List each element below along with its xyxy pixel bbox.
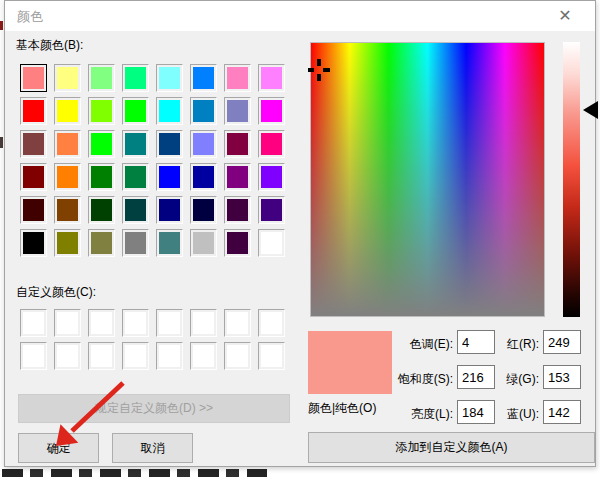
basic-color-swatch[interactable] — [122, 163, 149, 191]
swatch-color — [91, 345, 112, 367]
basic-color-swatch[interactable] — [190, 196, 217, 224]
hue-label: 色调(E): — [355, 336, 453, 353]
basic-color-swatch[interactable] — [54, 229, 81, 257]
basic-color-swatch[interactable] — [258, 229, 285, 257]
basic-color-swatch[interactable] — [20, 196, 47, 224]
basic-color-swatch[interactable] — [224, 97, 251, 125]
custom-color-swatch[interactable] — [88, 342, 115, 370]
add-to-custom-colors-button[interactable]: 添加到自定义颜色(A) — [308, 432, 595, 463]
basic-color-swatch[interactable] — [88, 130, 115, 158]
title-bar: 颜色 ✕ — [5, 1, 595, 31]
basic-color-swatch[interactable] — [20, 64, 47, 92]
custom-color-swatch[interactable] — [224, 342, 251, 370]
basic-color-swatch[interactable] — [20, 229, 47, 257]
swatch-color — [23, 133, 44, 155]
basic-color-swatch[interactable] — [224, 130, 251, 158]
custom-color-swatch[interactable] — [20, 309, 47, 337]
swatch-color — [159, 100, 180, 122]
custom-color-swatch[interactable] — [190, 342, 217, 370]
basic-color-swatch[interactable] — [190, 229, 217, 257]
cancel-button[interactable]: 取消 — [112, 433, 193, 463]
swatch-color — [159, 166, 180, 188]
green-input[interactable] — [543, 365, 581, 389]
basic-color-swatch[interactable] — [224, 64, 251, 92]
basic-color-swatch[interactable] — [88, 229, 115, 257]
luminance-slider-arrow[interactable] — [583, 101, 598, 119]
hue-saturation-field[interactable] — [310, 42, 545, 317]
custom-color-swatch[interactable] — [156, 342, 183, 370]
green-label: 绿(G): — [495, 371, 539, 388]
basic-color-swatch[interactable] — [258, 196, 285, 224]
basic-color-swatch[interactable] — [224, 163, 251, 191]
basic-color-swatch[interactable] — [122, 97, 149, 125]
basic-color-swatch[interactable] — [54, 196, 81, 224]
basic-color-swatch[interactable] — [54, 130, 81, 158]
basic-color-swatch[interactable] — [156, 196, 183, 224]
basic-color-swatch[interactable] — [88, 196, 115, 224]
color-dialog: 颜色 ✕ 基本颜色(B): 自定义颜色(C): 颜色|纯色(O) 色调(E): … — [4, 0, 596, 467]
custom-color-swatch[interactable] — [20, 342, 47, 370]
custom-color-swatch[interactable] — [122, 342, 149, 370]
custom-color-swatch[interactable] — [258, 342, 285, 370]
swatch-color — [91, 166, 112, 188]
custom-color-swatch[interactable] — [156, 309, 183, 337]
swatch-color — [261, 133, 282, 155]
swatch-color — [125, 312, 146, 334]
basic-color-swatch[interactable] — [122, 196, 149, 224]
swatch-color — [261, 166, 282, 188]
custom-color-swatch[interactable] — [122, 309, 149, 337]
basic-color-swatch[interactable] — [88, 163, 115, 191]
red-input[interactable] — [543, 330, 581, 354]
swatch-color — [227, 67, 248, 89]
basic-color-swatch[interactable] — [20, 97, 47, 125]
custom-color-swatch[interactable] — [224, 309, 251, 337]
basic-color-swatch[interactable] — [88, 97, 115, 125]
custom-color-swatch[interactable] — [190, 309, 217, 337]
basic-color-swatch[interactable] — [156, 130, 183, 158]
basic-color-swatch[interactable] — [190, 130, 217, 158]
custom-color-swatch[interactable] — [258, 309, 285, 337]
swatch-color — [227, 166, 248, 188]
custom-color-swatch[interactable] — [54, 309, 81, 337]
ok-button[interactable]: 确定 — [18, 433, 99, 463]
basic-color-swatch[interactable] — [258, 163, 285, 191]
basic-color-swatch[interactable] — [20, 130, 47, 158]
swatch-color — [125, 345, 146, 367]
swatch-color — [91, 199, 112, 221]
basic-color-swatch[interactable] — [258, 97, 285, 125]
custom-color-swatch[interactable] — [88, 309, 115, 337]
swatch-color — [57, 67, 78, 89]
basic-color-swatch[interactable] — [54, 64, 81, 92]
swatch-color — [261, 67, 282, 89]
basic-color-swatch[interactable] — [190, 163, 217, 191]
hue-input[interactable] — [457, 330, 495, 354]
saturation-input[interactable] — [457, 365, 495, 389]
basic-color-swatch[interactable] — [224, 196, 251, 224]
basic-color-swatch[interactable] — [224, 229, 251, 257]
basic-color-swatch[interactable] — [156, 64, 183, 92]
basic-color-swatch[interactable] — [122, 229, 149, 257]
basic-color-swatch[interactable] — [122, 130, 149, 158]
basic-color-swatch[interactable] — [88, 64, 115, 92]
basic-color-swatch[interactable] — [20, 163, 47, 191]
blue-input[interactable] — [543, 400, 581, 424]
basic-color-swatch[interactable] — [190, 64, 217, 92]
swatch-color — [261, 199, 282, 221]
define-custom-colors-button[interactable]: 规定自定义颜色(D) >> — [18, 394, 290, 423]
background-mark — [0, 137, 3, 148]
basic-color-swatch[interactable] — [122, 64, 149, 92]
close-icon[interactable]: ✕ — [543, 3, 587, 29]
basic-color-swatch[interactable] — [156, 97, 183, 125]
basic-color-swatch[interactable] — [156, 163, 183, 191]
custom-color-swatch[interactable] — [54, 342, 81, 370]
swatch-color — [57, 166, 78, 188]
basic-color-swatch[interactable] — [54, 97, 81, 125]
basic-color-swatch[interactable] — [190, 97, 217, 125]
luminance-input[interactable] — [457, 400, 495, 424]
luminance-slider[interactable] — [563, 42, 580, 317]
swatch-color — [159, 133, 180, 155]
basic-color-swatch[interactable] — [258, 130, 285, 158]
basic-color-swatch[interactable] — [54, 163, 81, 191]
basic-color-swatch[interactable] — [258, 64, 285, 92]
basic-color-swatch[interactable] — [156, 229, 183, 257]
